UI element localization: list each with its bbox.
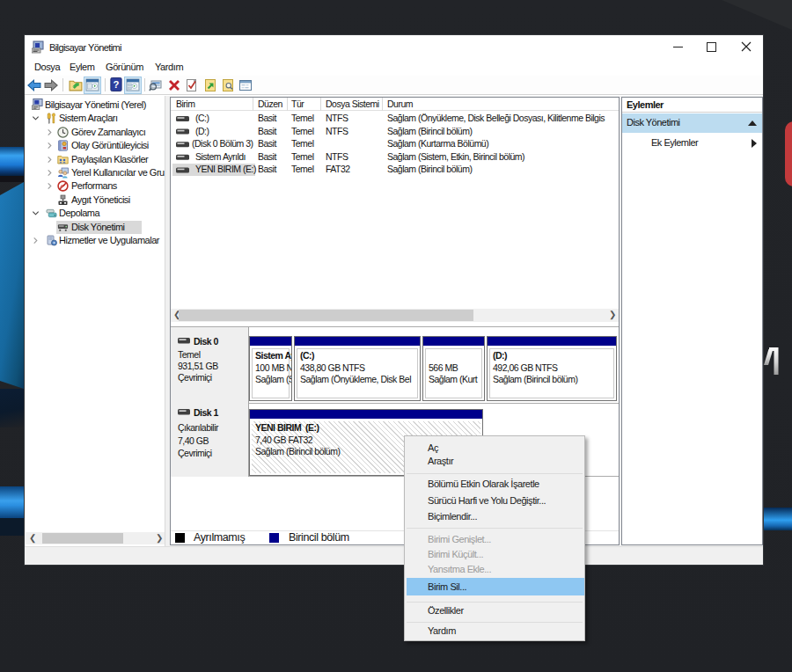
svg-text:?: ? xyxy=(114,79,120,90)
